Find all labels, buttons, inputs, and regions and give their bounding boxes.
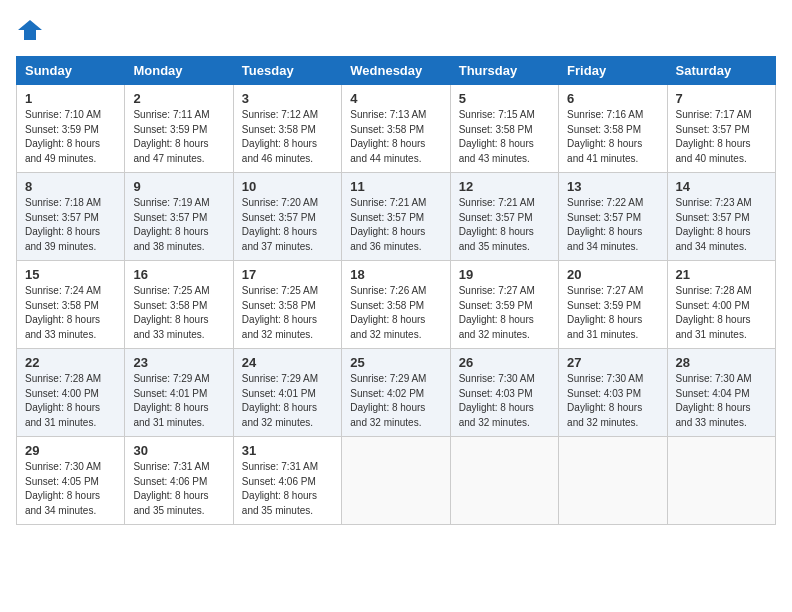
day-number: 19 bbox=[459, 267, 550, 282]
day-cell: 20Sunrise: 7:27 AMSunset: 3:59 PMDayligh… bbox=[559, 261, 667, 349]
day-cell: 9Sunrise: 7:19 AMSunset: 3:57 PMDaylight… bbox=[125, 173, 233, 261]
day-number: 17 bbox=[242, 267, 333, 282]
day-info: Sunrise: 7:29 AMSunset: 4:01 PMDaylight:… bbox=[133, 372, 224, 430]
day-number: 5 bbox=[459, 91, 550, 106]
day-info: Sunrise: 7:18 AMSunset: 3:57 PMDaylight:… bbox=[25, 196, 116, 254]
day-number: 12 bbox=[459, 179, 550, 194]
day-number: 18 bbox=[350, 267, 441, 282]
day-number: 1 bbox=[25, 91, 116, 106]
header-sunday: Sunday bbox=[17, 57, 125, 85]
day-cell: 8Sunrise: 7:18 AMSunset: 3:57 PMDaylight… bbox=[17, 173, 125, 261]
header-saturday: Saturday bbox=[667, 57, 775, 85]
day-cell: 18Sunrise: 7:26 AMSunset: 3:58 PMDayligh… bbox=[342, 261, 450, 349]
day-info: Sunrise: 7:19 AMSunset: 3:57 PMDaylight:… bbox=[133, 196, 224, 254]
day-cell: 5Sunrise: 7:15 AMSunset: 3:58 PMDaylight… bbox=[450, 85, 558, 173]
day-info: Sunrise: 7:11 AMSunset: 3:59 PMDaylight:… bbox=[133, 108, 224, 166]
day-cell: 19Sunrise: 7:27 AMSunset: 3:59 PMDayligh… bbox=[450, 261, 558, 349]
day-number: 15 bbox=[25, 267, 116, 282]
day-info: Sunrise: 7:25 AMSunset: 3:58 PMDaylight:… bbox=[133, 284, 224, 342]
day-number: 13 bbox=[567, 179, 658, 194]
calendar-table: SundayMondayTuesdayWednesdayThursdayFrid… bbox=[16, 56, 776, 525]
day-cell: 24Sunrise: 7:29 AMSunset: 4:01 PMDayligh… bbox=[233, 349, 341, 437]
logo bbox=[16, 16, 48, 44]
day-number: 11 bbox=[350, 179, 441, 194]
day-number: 29 bbox=[25, 443, 116, 458]
day-cell: 25Sunrise: 7:29 AMSunset: 4:02 PMDayligh… bbox=[342, 349, 450, 437]
day-info: Sunrise: 7:30 AMSunset: 4:05 PMDaylight:… bbox=[25, 460, 116, 518]
day-info: Sunrise: 7:17 AMSunset: 3:57 PMDaylight:… bbox=[676, 108, 767, 166]
header-tuesday: Tuesday bbox=[233, 57, 341, 85]
week-row-1: 1Sunrise: 7:10 AMSunset: 3:59 PMDaylight… bbox=[17, 85, 776, 173]
day-cell: 6Sunrise: 7:16 AMSunset: 3:58 PMDaylight… bbox=[559, 85, 667, 173]
week-row-2: 8Sunrise: 7:18 AMSunset: 3:57 PMDaylight… bbox=[17, 173, 776, 261]
page-header bbox=[16, 16, 776, 44]
day-info: Sunrise: 7:31 AMSunset: 4:06 PMDaylight:… bbox=[133, 460, 224, 518]
day-number: 22 bbox=[25, 355, 116, 370]
day-cell: 28Sunrise: 7:30 AMSunset: 4:04 PMDayligh… bbox=[667, 349, 775, 437]
logo-icon bbox=[16, 16, 44, 44]
day-info: Sunrise: 7:16 AMSunset: 3:58 PMDaylight:… bbox=[567, 108, 658, 166]
day-info: Sunrise: 7:26 AMSunset: 3:58 PMDaylight:… bbox=[350, 284, 441, 342]
day-cell bbox=[559, 437, 667, 525]
day-cell: 3Sunrise: 7:12 AMSunset: 3:58 PMDaylight… bbox=[233, 85, 341, 173]
day-number: 10 bbox=[242, 179, 333, 194]
day-cell: 17Sunrise: 7:25 AMSunset: 3:58 PMDayligh… bbox=[233, 261, 341, 349]
day-info: Sunrise: 7:15 AMSunset: 3:58 PMDaylight:… bbox=[459, 108, 550, 166]
day-info: Sunrise: 7:13 AMSunset: 3:58 PMDaylight:… bbox=[350, 108, 441, 166]
day-info: Sunrise: 7:30 AMSunset: 4:04 PMDaylight:… bbox=[676, 372, 767, 430]
day-info: Sunrise: 7:25 AMSunset: 3:58 PMDaylight:… bbox=[242, 284, 333, 342]
day-cell bbox=[342, 437, 450, 525]
calendar-header-row: SundayMondayTuesdayWednesdayThursdayFrid… bbox=[17, 57, 776, 85]
day-cell: 22Sunrise: 7:28 AMSunset: 4:00 PMDayligh… bbox=[17, 349, 125, 437]
day-info: Sunrise: 7:10 AMSunset: 3:59 PMDaylight:… bbox=[25, 108, 116, 166]
day-info: Sunrise: 7:27 AMSunset: 3:59 PMDaylight:… bbox=[459, 284, 550, 342]
day-number: 27 bbox=[567, 355, 658, 370]
day-cell: 21Sunrise: 7:28 AMSunset: 4:00 PMDayligh… bbox=[667, 261, 775, 349]
day-info: Sunrise: 7:30 AMSunset: 4:03 PMDaylight:… bbox=[567, 372, 658, 430]
day-info: Sunrise: 7:28 AMSunset: 4:00 PMDaylight:… bbox=[676, 284, 767, 342]
day-cell: 12Sunrise: 7:21 AMSunset: 3:57 PMDayligh… bbox=[450, 173, 558, 261]
header-monday: Monday bbox=[125, 57, 233, 85]
day-info: Sunrise: 7:12 AMSunset: 3:58 PMDaylight:… bbox=[242, 108, 333, 166]
day-cell: 26Sunrise: 7:30 AMSunset: 4:03 PMDayligh… bbox=[450, 349, 558, 437]
day-number: 21 bbox=[676, 267, 767, 282]
day-cell: 1Sunrise: 7:10 AMSunset: 3:59 PMDaylight… bbox=[17, 85, 125, 173]
day-number: 14 bbox=[676, 179, 767, 194]
day-cell: 4Sunrise: 7:13 AMSunset: 3:58 PMDaylight… bbox=[342, 85, 450, 173]
day-cell: 7Sunrise: 7:17 AMSunset: 3:57 PMDaylight… bbox=[667, 85, 775, 173]
day-info: Sunrise: 7:31 AMSunset: 4:06 PMDaylight:… bbox=[242, 460, 333, 518]
day-number: 9 bbox=[133, 179, 224, 194]
day-number: 25 bbox=[350, 355, 441, 370]
day-info: Sunrise: 7:23 AMSunset: 3:57 PMDaylight:… bbox=[676, 196, 767, 254]
day-number: 23 bbox=[133, 355, 224, 370]
day-info: Sunrise: 7:24 AMSunset: 3:58 PMDaylight:… bbox=[25, 284, 116, 342]
day-cell: 29Sunrise: 7:30 AMSunset: 4:05 PMDayligh… bbox=[17, 437, 125, 525]
day-info: Sunrise: 7:21 AMSunset: 3:57 PMDaylight:… bbox=[459, 196, 550, 254]
day-info: Sunrise: 7:29 AMSunset: 4:01 PMDaylight:… bbox=[242, 372, 333, 430]
week-row-4: 22Sunrise: 7:28 AMSunset: 4:00 PMDayligh… bbox=[17, 349, 776, 437]
day-cell: 10Sunrise: 7:20 AMSunset: 3:57 PMDayligh… bbox=[233, 173, 341, 261]
header-thursday: Thursday bbox=[450, 57, 558, 85]
day-number: 24 bbox=[242, 355, 333, 370]
day-cell: 11Sunrise: 7:21 AMSunset: 3:57 PMDayligh… bbox=[342, 173, 450, 261]
day-number: 2 bbox=[133, 91, 224, 106]
day-number: 4 bbox=[350, 91, 441, 106]
day-info: Sunrise: 7:21 AMSunset: 3:57 PMDaylight:… bbox=[350, 196, 441, 254]
day-number: 3 bbox=[242, 91, 333, 106]
week-row-5: 29Sunrise: 7:30 AMSunset: 4:05 PMDayligh… bbox=[17, 437, 776, 525]
day-number: 7 bbox=[676, 91, 767, 106]
day-number: 8 bbox=[25, 179, 116, 194]
header-friday: Friday bbox=[559, 57, 667, 85]
day-cell: 2Sunrise: 7:11 AMSunset: 3:59 PMDaylight… bbox=[125, 85, 233, 173]
day-number: 31 bbox=[242, 443, 333, 458]
day-number: 16 bbox=[133, 267, 224, 282]
day-info: Sunrise: 7:27 AMSunset: 3:59 PMDaylight:… bbox=[567, 284, 658, 342]
day-cell: 14Sunrise: 7:23 AMSunset: 3:57 PMDayligh… bbox=[667, 173, 775, 261]
day-cell: 30Sunrise: 7:31 AMSunset: 4:06 PMDayligh… bbox=[125, 437, 233, 525]
day-number: 26 bbox=[459, 355, 550, 370]
day-cell bbox=[450, 437, 558, 525]
day-info: Sunrise: 7:28 AMSunset: 4:00 PMDaylight:… bbox=[25, 372, 116, 430]
day-cell: 23Sunrise: 7:29 AMSunset: 4:01 PMDayligh… bbox=[125, 349, 233, 437]
day-cell bbox=[667, 437, 775, 525]
day-number: 20 bbox=[567, 267, 658, 282]
